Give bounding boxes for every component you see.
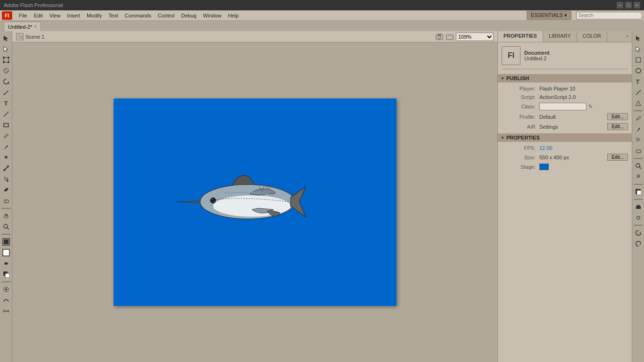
panel-collapse-button[interactable]: «: [623, 31, 632, 42]
eyedropper-tool[interactable]: [1, 185, 11, 195]
3d-rotation-tool[interactable]: [1, 66, 11, 76]
publish-section-header[interactable]: ▼ PUBLISH: [498, 74, 632, 82]
menu-control[interactable]: Control: [155, 12, 177, 19]
svg-point-15: [8, 188, 8, 189]
svg-point-7: [3, 94, 5, 95]
class-input[interactable]: [539, 103, 586, 110]
menu-help[interactable]: Help: [225, 12, 242, 19]
right-tool-5[interactable]: T: [633, 76, 644, 87]
text-tool[interactable]: T: [1, 98, 11, 108]
right-tool-eraser[interactable]: [633, 146, 644, 156]
bone-tool[interactable]: [1, 163, 11, 173]
menu-insert[interactable]: Insert: [64, 12, 83, 19]
class-edit-icon[interactable]: ✎: [588, 104, 593, 110]
lasso-tool[interactable]: [1, 76, 11, 87]
right-tool-3[interactable]: [633, 55, 644, 65]
rectangle-tool[interactable]: [1, 120, 11, 130]
svg-point-48: [636, 68, 641, 73]
paint-bucket-tool[interactable]: [1, 174, 11, 184]
essentials-button[interactable]: ESSENTIALS ▾: [527, 11, 571, 20]
fill-color-swatch[interactable]: [1, 247, 11, 258]
menu-bar: Fl File Edit View Insert Modify Text Com…: [0, 10, 644, 21]
default-colors-button[interactable]: [1, 269, 11, 280]
app-title: Adobe Flash Professional: [4, 2, 63, 8]
smooth-button[interactable]: [1, 295, 11, 305]
straighten-button[interactable]: [1, 306, 11, 316]
minimize-button[interactable]: ─: [617, 2, 623, 8]
menu-view[interactable]: View: [47, 12, 64, 19]
player-value: Flash Player 10: [539, 86, 628, 91]
right-stroke-swatch[interactable]: [633, 187, 644, 197]
canvas-wrapper: [12, 42, 497, 362]
properties-label: PROPERTIES: [506, 135, 540, 140]
library-tab[interactable]: LIBRARY: [543, 31, 577, 42]
svg-point-3: [3, 61, 5, 63]
document-icon: Fl: [502, 46, 520, 65]
menu-edit[interactable]: Edit: [31, 12, 46, 19]
menu-text[interactable]: Text: [106, 12, 121, 19]
right-tool-extra2[interactable]: [633, 213, 644, 223]
publish-arrow: ▼: [501, 76, 504, 81]
zoom-control: 25% 50% 75% 100% 109% 150% 200%: [456, 33, 494, 41]
right-tool-6[interactable]: [633, 87, 644, 98]
right-tool-extra1[interactable]: [633, 202, 644, 212]
stroke-color-swatch[interactable]: [1, 237, 11, 247]
air-edit-button[interactable]: Edit...: [607, 123, 628, 130]
main-area: T: [0, 31, 644, 362]
swap-colors-button[interactable]: [1, 258, 11, 269]
zoom-tool[interactable]: [1, 222, 11, 232]
pencil-tool[interactable]: [1, 131, 11, 141]
close-button[interactable]: ×: [634, 2, 640, 8]
size-edit-button[interactable]: Edit...: [607, 154, 628, 161]
scene-icon: Sc: [16, 33, 24, 41]
menu-file[interactable]: File: [16, 12, 30, 19]
right-tool-extra4[interactable]: [633, 239, 644, 249]
eraser-tool[interactable]: [1, 196, 11, 206]
right-tool-bucket[interactable]: [633, 135, 644, 145]
tab-bar: Untitled-2* ×: [0, 21, 644, 31]
pen-tool[interactable]: [1, 87, 11, 98]
menu-commands[interactable]: Commands: [122, 12, 154, 19]
menu-modify[interactable]: Modify: [84, 12, 105, 19]
player-label: Player:: [502, 86, 539, 91]
tab-close-button[interactable]: ×: [34, 24, 37, 29]
brush-tool[interactable]: [1, 141, 11, 152]
maximize-button[interactable]: □: [625, 2, 632, 8]
right-tool-4[interactable]: [633, 66, 644, 76]
document-tab[interactable]: Untitled-2* ×: [4, 22, 41, 31]
svg-rect-25: [5, 273, 9, 278]
search-input[interactable]: [576, 12, 642, 19]
right-tool-7[interactable]: [633, 98, 644, 108]
menu-window[interactable]: Window: [200, 12, 224, 19]
right-tool-brush[interactable]: [633, 124, 644, 134]
deco-tool[interactable]: [1, 152, 11, 163]
profile-value: Default: [539, 114, 607, 120]
stage-color-swatch[interactable]: [539, 164, 549, 170]
right-tool-hand[interactable]: [633, 172, 644, 182]
svg-line-9: [4, 112, 8, 116]
properties-section-header[interactable]: ▼ PROPERTIES: [498, 133, 632, 142]
profile-edit-button[interactable]: Edit...: [607, 113, 628, 120]
document-type: Document: [524, 50, 550, 56]
zoom-select[interactable]: 25% 50% 75% 100% 109% 150% 200%: [456, 33, 494, 41]
menu-debug[interactable]: Debug: [178, 12, 199, 19]
free-transform-tool[interactable]: [1, 55, 11, 65]
right-tool-pencil[interactable]: [633, 113, 644, 123]
right-tool-2[interactable]: [633, 44, 644, 54]
snap-button[interactable]: [1, 284, 11, 295]
right-tool-zoom[interactable]: [633, 161, 644, 171]
svg-point-18: [4, 224, 8, 228]
properties-tab[interactable]: PROPERTIES: [498, 31, 543, 42]
fps-value[interactable]: 12.00: [539, 145, 553, 151]
right-tool-extra3[interactable]: [633, 228, 644, 238]
hand-tool[interactable]: [1, 211, 11, 221]
right-tool-1[interactable]: [633, 33, 644, 43]
color-tab[interactable]: COLOR: [577, 31, 607, 42]
title-bar: Adobe Flash Professional ─ □ ×: [0, 0, 644, 10]
subselection-tool[interactable]: [1, 44, 11, 54]
selection-tool[interactable]: [1, 33, 11, 43]
air-row: AIR Settings Edit...: [502, 122, 628, 132]
svg-point-1: [3, 57, 5, 58]
line-tool[interactable]: [1, 109, 11, 119]
stage-label: Stage:: [502, 164, 539, 170]
